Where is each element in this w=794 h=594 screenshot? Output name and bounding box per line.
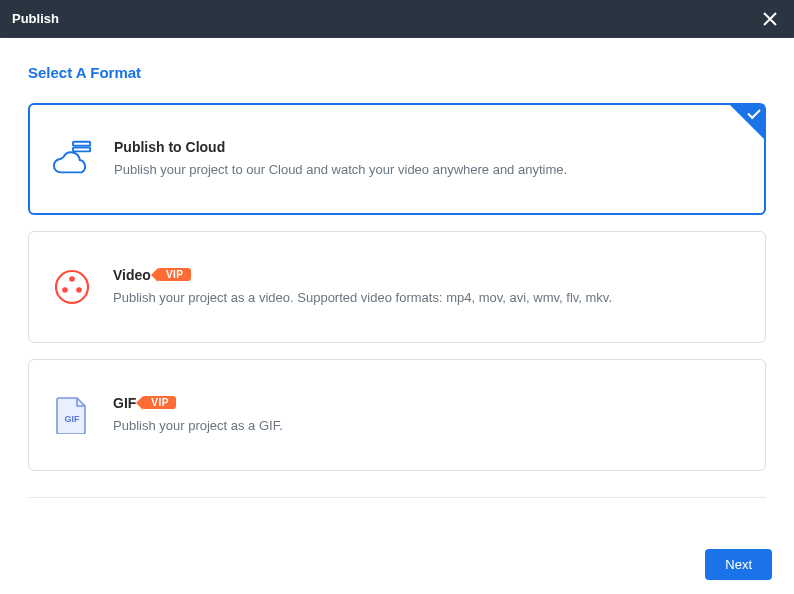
content-area: Select A Format Publish to Cloud Publish… — [0, 38, 794, 498]
vip-badge: VIP — [142, 396, 176, 409]
option-title: GIF — [113, 395, 136, 411]
option-title: Publish to Cloud — [114, 139, 225, 155]
svg-rect-0 — [73, 142, 90, 146]
page-heading: Select A Format — [28, 64, 766, 81]
selected-check-icon — [730, 105, 764, 139]
option-desc: Publish your project to our Cloud and wa… — [114, 161, 740, 179]
footer: Next — [0, 534, 794, 594]
divider — [28, 497, 766, 498]
option-desc: Publish your project as a GIF. — [113, 417, 741, 435]
option-publish-cloud[interactable]: Publish to Cloud Publish your project to… — [28, 103, 766, 215]
video-reel-icon — [51, 266, 93, 308]
option-desc: Publish your project as a video. Support… — [113, 289, 741, 307]
option-gif[interactable]: GIF GIF VIP Publish your project as a GI… — [28, 359, 766, 471]
svg-point-3 — [69, 276, 75, 282]
option-title: Video — [113, 267, 151, 283]
svg-point-2 — [56, 271, 88, 303]
close-icon[interactable] — [758, 7, 782, 31]
gif-file-icon: GIF — [51, 394, 93, 436]
cloud-icon — [52, 138, 94, 180]
svg-text:GIF: GIF — [65, 414, 81, 424]
option-video[interactable]: Video VIP Publish your project as a vide… — [28, 231, 766, 343]
svg-point-4 — [62, 287, 68, 293]
option-text: Video VIP Publish your project as a vide… — [113, 267, 741, 307]
svg-rect-1 — [73, 148, 90, 152]
window-title: Publish — [12, 11, 59, 26]
option-text: Publish to Cloud Publish your project to… — [114, 139, 740, 179]
titlebar: Publish — [0, 0, 794, 38]
next-button[interactable]: Next — [705, 549, 772, 580]
vip-badge: VIP — [157, 268, 191, 281]
svg-point-5 — [76, 287, 82, 293]
option-text: GIF VIP Publish your project as a GIF. — [113, 395, 741, 435]
